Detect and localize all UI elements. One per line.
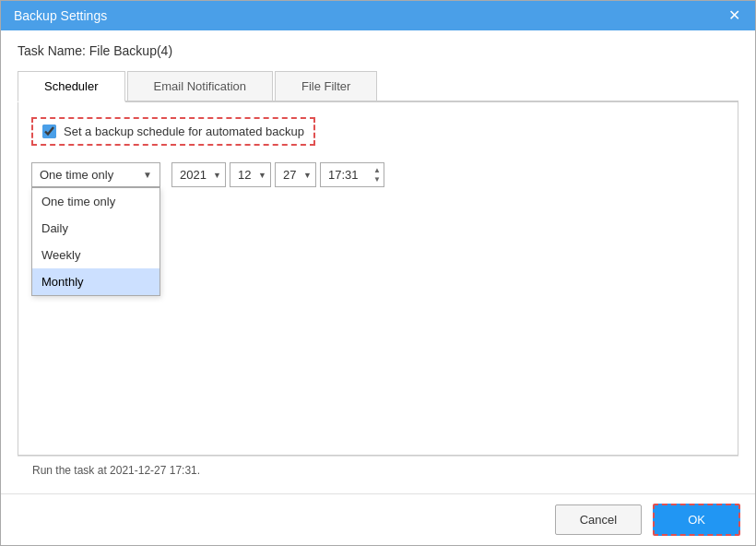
frequency-dropdown[interactable]: One time only ▼ xyxy=(31,162,160,187)
ok-button[interactable]: OK xyxy=(653,504,740,536)
schedule-row: One time only ▼ One time only Daily Week… xyxy=(31,162,725,187)
day-select[interactable]: 123 252627 28293031 xyxy=(275,162,316,187)
frequency-dropdown-value: One time only xyxy=(40,168,139,182)
time-input-wrap: ▲ ▼ xyxy=(320,162,384,187)
dropdown-option-one-time[interactable]: One time only xyxy=(32,188,159,215)
close-button[interactable]: ✕ xyxy=(726,8,742,23)
backup-settings-dialog: Backup Settings ✕ Task Name: File Backup… xyxy=(0,0,756,546)
month-select[interactable]: 123 456 789 101112 xyxy=(230,162,271,187)
tab-scheduler[interactable]: Scheduler xyxy=(18,71,125,102)
frequency-dropdown-menu: One time only Daily Weekly Monthly xyxy=(31,187,160,296)
dialog-title: Backup Settings xyxy=(14,8,107,23)
status-bar: Run the task at 2021-12-27 17:31. xyxy=(18,456,738,484)
date-time-selects: 2021 2022 2023 123 456 789 101112 xyxy=(171,162,384,187)
schedule-checkbox-row: Set a backup schedule for automated back… xyxy=(31,117,315,146)
cancel-button[interactable]: Cancel xyxy=(555,504,642,535)
time-up-button[interactable]: ▲ xyxy=(372,166,383,175)
dropdown-option-daily[interactable]: Daily xyxy=(32,215,159,242)
schedule-checkbox-label: Set a backup schedule for automated back… xyxy=(64,125,304,138)
button-row: Cancel OK xyxy=(1,493,755,545)
month-select-wrap: 123 456 789 101112 xyxy=(230,162,271,187)
tab-content-scheduler: Set a backup schedule for automated back… xyxy=(18,102,738,456)
dropdown-option-monthly[interactable]: Monthly xyxy=(32,268,159,295)
year-select[interactable]: 2021 2022 2023 xyxy=(171,162,226,187)
year-select-wrap: 2021 2022 2023 xyxy=(171,162,226,187)
task-name-label: Task Name: File Backup(4) xyxy=(18,43,738,58)
tabs-container: Scheduler Email Notification File Filter xyxy=(18,71,738,102)
time-down-button[interactable]: ▼ xyxy=(372,175,383,184)
time-spinner: ▲ ▼ xyxy=(372,162,383,187)
dropdown-option-weekly[interactable]: Weekly xyxy=(32,242,159,268)
day-select-wrap: 123 252627 28293031 xyxy=(275,162,316,187)
status-text: Run the task at 2021-12-27 17:31. xyxy=(32,464,200,477)
tab-email-notification[interactable]: Email Notification xyxy=(127,71,273,101)
frequency-dropdown-wrapper: One time only ▼ One time only Daily Week… xyxy=(31,162,160,187)
frequency-dropdown-arrow: ▼ xyxy=(143,170,152,180)
title-bar: Backup Settings ✕ xyxy=(1,1,755,30)
dialog-body: Task Name: File Backup(4) Scheduler Emai… xyxy=(1,30,755,493)
tab-file-filter[interactable]: File Filter xyxy=(275,71,377,101)
schedule-checkbox[interactable] xyxy=(42,125,56,138)
